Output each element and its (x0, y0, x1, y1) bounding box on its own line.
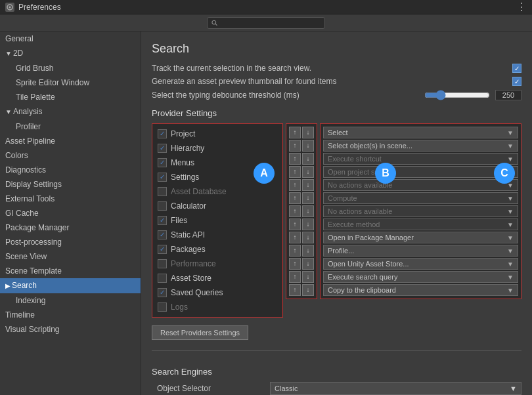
sidebar-item-tile-palette[interactable]: Tile Palette (0, 90, 141, 104)
search-input[interactable] (217, 19, 321, 27)
sidebar-item-search[interactable]: ▶ Search (0, 278, 141, 293)
sidebar-item-scene-template[interactable]: Scene Template (0, 264, 141, 278)
title-bar-menu-icon[interactable]: ⋮ (516, 1, 527, 13)
action-dropdown-1[interactable]: Select object(s) in scene...▼ (323, 140, 518, 152)
provider-item-1[interactable]: ✓Hierarchy (155, 141, 280, 156)
provider-checkbox-0[interactable]: ✓ (158, 129, 167, 138)
provider-checkbox-5[interactable] (158, 201, 167, 211)
action-dropdown-3[interactable]: Open project settings▼ (323, 166, 518, 178)
arrow-up-1[interactable]: ↑ (289, 140, 301, 152)
arrow-down-8[interactable]: ↓ (302, 232, 314, 243)
action-dropdown-2[interactable]: Execute shortcut▼ (323, 153, 518, 165)
settings-row-2: Select the typing debounce threshold (ms… (152, 90, 521, 100)
arrow-down-7[interactable]: ↓ (302, 218, 314, 230)
debounce-slider[interactable] (424, 90, 490, 100)
provider-item-0[interactable]: ✓Project (155, 127, 280, 141)
provider-checkbox-11[interactable]: ✓ (158, 288, 167, 297)
provider-checkbox-3[interactable]: ✓ (158, 173, 167, 182)
sidebar-item-2d[interactable]: ▼ 2D (0, 46, 141, 61)
settings-checkbox-1[interactable]: ✓ (512, 77, 521, 86)
arrow-up-4[interactable]: ↑ (289, 179, 301, 191)
action-dropdown-8[interactable]: Open in Package Manager▼ (323, 232, 518, 243)
action-dropdown-10[interactable]: Open Unity Asset Store...▼ (323, 258, 518, 270)
action-label-2: Execute shortcut (328, 155, 382, 163)
arrow-down-0[interactable]: ↓ (302, 127, 314, 138)
arrow-up-5[interactable]: ↑ (289, 192, 301, 204)
provider-item-12[interactable]: Logs (155, 300, 280, 314)
provider-item-5[interactable]: Calculator (155, 199, 280, 213)
arrow-up-8[interactable]: ↑ (289, 232, 301, 243)
provider-checkbox-4[interactable] (158, 187, 167, 196)
action-dropdown-5[interactable]: Compute▼ (323, 192, 518, 204)
arrow-up-11[interactable]: ↑ (289, 271, 301, 283)
arrow-down-2[interactable]: ↓ (302, 153, 314, 165)
sidebar-item-general[interactable]: General (0, 31, 141, 46)
arrow-up-2[interactable]: ↑ (289, 153, 301, 165)
arrow-down-3[interactable]: ↓ (302, 166, 314, 178)
action-label-10: Open Unity Asset Store... (328, 260, 409, 268)
arrow-down-1[interactable]: ↓ (302, 140, 314, 152)
sidebar-item-profiler[interactable]: Profiler (0, 119, 141, 134)
sidebar-item-analysis[interactable]: ▼ Analysis (0, 104, 141, 119)
provider-item-8[interactable]: ✓Packages (155, 242, 280, 257)
provider-item-6[interactable]: ✓Files (155, 213, 280, 228)
action-dropdown-6[interactable]: No actions available▼ (323, 205, 518, 217)
provider-checkbox-10[interactable] (158, 274, 167, 283)
provider-checkbox-1[interactable]: ✓ (158, 144, 167, 153)
sidebar-item-package-manager[interactable]: Package Manager (0, 220, 141, 235)
sidebar-item-timeline[interactable]: Timeline (0, 308, 141, 322)
reset-providers-button[interactable]: Reset Providers Settings (152, 325, 248, 340)
provider-item-4[interactable]: Asset Database (155, 184, 280, 199)
arrow-up-12[interactable]: ↑ (289, 284, 301, 296)
sidebar-item-diagnostics[interactable]: Diagnostics (0, 163, 141, 177)
sidebar-label-diagnostics: Diagnostics (5, 165, 46, 175)
sidebar-item-grid-brush[interactable]: Grid Brush (0, 61, 141, 75)
settings-checkbox-0[interactable]: ✓ (512, 64, 521, 73)
arrow-up-6[interactable]: ↑ (289, 205, 301, 217)
provider-checkbox-7[interactable]: ✓ (158, 230, 167, 239)
arrow-down-11[interactable]: ↓ (302, 271, 314, 283)
arrow-up-9[interactable]: ↑ (289, 245, 301, 257)
sidebar-item-indexing[interactable]: Indexing (0, 293, 141, 308)
sidebar-item-scene-view[interactable]: Scene View (0, 249, 141, 264)
sidebar-item-colors[interactable]: Colors (0, 148, 141, 163)
provider-checkbox-2[interactable]: ✓ (158, 158, 167, 167)
arrow-up-3[interactable]: ↑ (289, 166, 301, 178)
sidebar-item-visual-scripting[interactable]: Visual Scripting (0, 322, 141, 337)
sidebar-item-gi-cache[interactable]: GI Cache (0, 206, 141, 220)
provider-checkbox-12[interactable] (158, 302, 167, 312)
action-dropdown-4[interactable]: No actions available▼ (323, 179, 518, 191)
provider-item-7[interactable]: ✓Static API (155, 228, 280, 242)
arrow-down-6[interactable]: ↓ (302, 205, 314, 217)
provider-checkbox-8[interactable]: ✓ (158, 245, 167, 254)
action-dropdown-11[interactable]: Execute search query▼ (323, 271, 518, 283)
action-label-1: Select object(s) in scene... (328, 142, 412, 150)
arrow-down-10[interactable]: ↓ (302, 258, 314, 270)
provider-item-9[interactable]: Performance (155, 257, 280, 271)
arrow-down-5[interactable]: ↓ (302, 192, 314, 204)
provider-item-11[interactable]: ✓Saved Queries (155, 285, 280, 300)
sidebar-item-asset-pipeline[interactable]: Asset Pipeline (0, 134, 141, 148)
arrow-up-7[interactable]: ↑ (289, 218, 301, 230)
arrow-up-0[interactable]: ↑ (289, 127, 301, 138)
sidebar-item-post-processing[interactable]: Post-processing (0, 235, 141, 249)
arrow-up-10[interactable]: ↑ (289, 258, 301, 270)
provider-checkbox-9[interactable] (158, 259, 167, 268)
arrow-row-4: ↑↓ (289, 179, 314, 191)
provider-item-10[interactable]: Asset Store (155, 271, 280, 285)
top-search-bar (0, 14, 532, 31)
provider-checkbox-6[interactable]: ✓ (158, 216, 167, 225)
arrow-down-12[interactable]: ↓ (302, 284, 314, 296)
arrow-down-4[interactable]: ↓ (302, 179, 314, 191)
action-dropdown-7[interactable]: Execute method▼ (323, 218, 518, 230)
action-dropdown-12[interactable]: Copy to the clipboard▼ (323, 284, 518, 296)
action-dropdown-0[interactable]: Select▼ (323, 127, 518, 138)
action-dropdown-9[interactable]: Profile...▼ (323, 245, 518, 257)
sidebar-label-gi-cache: GI Cache (5, 209, 39, 218)
action-arrow-10: ▼ (507, 260, 514, 268)
sidebar-item-sprite-editor[interactable]: Sprite Editor Window (0, 75, 141, 90)
sidebar-item-display-settings[interactable]: Display Settings (0, 177, 141, 192)
arrow-down-9[interactable]: ↓ (302, 245, 314, 257)
sidebar-item-external-tools[interactable]: External Tools (0, 192, 141, 206)
engine-select-0[interactable]: Classic▼ (270, 382, 521, 395)
